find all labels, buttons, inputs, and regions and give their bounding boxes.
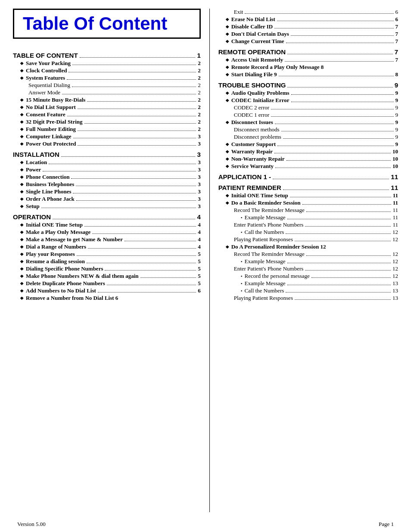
bullet-icon: • bbox=[241, 274, 243, 279]
entry-label: Clock Controlled bbox=[26, 67, 67, 74]
diamond-icon: ❖ bbox=[20, 68, 24, 73]
diamond-icon: ❖ bbox=[225, 164, 229, 169]
page-number: 3 bbox=[198, 133, 201, 140]
diamond-icon: ❖ bbox=[20, 274, 24, 279]
toc-diamond-entry: ❖Change Current Time7 bbox=[218, 38, 398, 45]
diamond-icon: ❖ bbox=[20, 252, 24, 257]
page-number: 4 bbox=[198, 221, 201, 228]
diamond-icon: ❖ bbox=[20, 230, 24, 235]
page-number: 13 bbox=[392, 287, 398, 294]
section-label: APPLICATION 1 - bbox=[218, 173, 271, 180]
diamond-icon: ❖ bbox=[225, 120, 229, 125]
entry-label: Add Numbers to No Dial List bbox=[26, 287, 96, 294]
entry-label: Example Message bbox=[245, 280, 286, 287]
diamond-icon: ❖ bbox=[225, 142, 229, 147]
diamond-icon: ❖ bbox=[20, 289, 24, 293]
entry-label: Dialing Specific Phone Numbers bbox=[26, 265, 103, 272]
page-number: 2 bbox=[198, 89, 201, 96]
toc-diamond-entry: ❖Dialing Specific Phone Numbers5 bbox=[13, 265, 201, 272]
toc-diamond-entry: ❖No Dial List Support2 bbox=[13, 104, 201, 111]
entry-label: Remote Record a Play Only Message 8 bbox=[231, 64, 324, 71]
entry-label: Sequential Dialing bbox=[28, 82, 70, 89]
diamond-icon: ❖ bbox=[225, 149, 229, 154]
page-number: 5 bbox=[198, 273, 201, 280]
page-number: 2 bbox=[198, 75, 201, 81]
entry-label: Consent Feature bbox=[26, 111, 65, 118]
entry-label: Make Phone Numbers NEW & dial them again bbox=[26, 273, 139, 280]
toc-diamond-entry: ❖Warranty Repair10 bbox=[218, 148, 398, 155]
entry-label: Delete Duplicate Phone Numbers bbox=[26, 280, 105, 287]
page-number: 3 bbox=[198, 181, 201, 188]
entry-label: CODEC Initialize Error bbox=[231, 97, 290, 104]
page-number: 9 bbox=[395, 141, 399, 148]
page-number: 11 bbox=[392, 214, 398, 221]
toc-diamond-entry: ❖Don't Dial Certain Days7 bbox=[218, 31, 398, 37]
toc-diamond-entry: ❖System Features2 bbox=[13, 75, 201, 81]
toc-bullet-entry: •Record the personal message12 bbox=[218, 273, 398, 280]
toc-diamond-entry: ❖Business Telephones3 bbox=[13, 181, 201, 188]
bullet-icon: • bbox=[241, 215, 243, 220]
entry-label: Example Message bbox=[245, 258, 286, 265]
toc-diamond-entry: ❖Do a Basic Reminder Session11 bbox=[218, 199, 398, 206]
page-number: 4 bbox=[198, 243, 201, 250]
page: Table Of Content TABLE OF CONTENT1❖Save … bbox=[0, 0, 411, 532]
page-number: 2 bbox=[198, 118, 201, 125]
diamond-icon: ❖ bbox=[20, 76, 24, 81]
entry-label: Setup bbox=[26, 203, 40, 210]
toc-diamond-entry: ❖Access Unit Remotely7 bbox=[218, 56, 398, 63]
bullet-icon: • bbox=[241, 281, 243, 286]
diamond-icon: ❖ bbox=[20, 112, 24, 117]
page-number: 5 bbox=[198, 251, 201, 258]
toc-diamond-entry: ❖Erase No Dial List6 bbox=[218, 16, 398, 23]
entry-label: Call the Numbers bbox=[245, 229, 284, 236]
entry-label: Power bbox=[26, 166, 41, 173]
toc-section: APPLICATION 1 -11 bbox=[218, 173, 398, 180]
toc-diamond-entry: ❖Play your Responses5 bbox=[13, 251, 201, 258]
entry-label: Location bbox=[26, 159, 47, 166]
diamond-icon: ❖ bbox=[225, 201, 229, 205]
page-number: 11 bbox=[393, 192, 398, 199]
toc-diamond-entry: ❖Order A Phone Jack3 bbox=[13, 196, 201, 202]
entry-label: Do A Personalized Reminder Session 12 bbox=[231, 243, 326, 250]
entry-label: Play your Responses bbox=[26, 251, 75, 258]
section-label: TABLE OF CONTENT bbox=[13, 52, 78, 59]
entry-label: Erase No Dial List bbox=[231, 16, 275, 23]
page-number: 6 bbox=[395, 9, 399, 16]
toc-diamond-entry: ❖Location3 bbox=[13, 159, 201, 166]
page-number: 4 bbox=[198, 229, 201, 236]
diamond-icon: ❖ bbox=[225, 17, 229, 22]
page-number: 7 bbox=[395, 38, 399, 45]
bullet-icon: • bbox=[241, 288, 243, 293]
page-number: 12 bbox=[392, 236, 398, 243]
toc-diamond-entry: ❖32 Digit Pre-Dial String2 bbox=[13, 118, 201, 125]
page-number: 9 bbox=[395, 112, 399, 118]
toc-sub-entry: Enter Patient's Phone Numbers12 bbox=[218, 265, 398, 272]
toc-diamond-entry: ❖Add Numbers to No Dial List6 bbox=[13, 287, 201, 294]
right-column: Exit6❖Erase No Dial List6❖Disable Caller… bbox=[210, 9, 398, 512]
left-toc: TABLE OF CONTENT1❖Save Your Packing2❖Clo… bbox=[13, 52, 201, 302]
page-number: 5 bbox=[198, 258, 201, 265]
toc-sub-entry: Answer Mode2 bbox=[13, 89, 201, 96]
diamond-icon: ❖ bbox=[225, 98, 229, 103]
page-number: 11 bbox=[392, 207, 398, 214]
diamond-icon: ❖ bbox=[225, 65, 229, 70]
entry-label: Initial ONE Time Setup bbox=[231, 192, 288, 199]
page-number: 3 bbox=[198, 140, 201, 147]
toc-diamond-entry: ❖Power3 bbox=[13, 166, 201, 173]
toc-section: TABLE OF CONTENT1 bbox=[13, 52, 201, 59]
toc-sub-entry: Sequential Dialing2 bbox=[13, 82, 201, 89]
entry-label: 15 Minute Busy Re-Dials bbox=[26, 96, 85, 103]
toc-diamond-entry: ❖Service Warranty10 bbox=[218, 163, 398, 170]
page-number: 8 bbox=[395, 71, 399, 78]
toc-bullet-entry: •Example Message11 bbox=[218, 214, 398, 221]
page-number: 9 bbox=[395, 81, 398, 89]
toc-diamond-entry: ❖Customer Support9 bbox=[218, 141, 398, 148]
footer: Version 5.00 Page 1 bbox=[0, 516, 411, 532]
toc-diamond-entry: ❖Phone Connection3 bbox=[13, 174, 201, 180]
toc-diamond-entry: ❖Remove a Number from No Dial List 6 bbox=[13, 295, 201, 302]
page-number: 9 bbox=[395, 104, 399, 111]
page-number: 3 bbox=[198, 188, 201, 195]
entry-label: Warranty Repair bbox=[231, 148, 273, 155]
toc-section: REMOTE OPERATION7 bbox=[218, 48, 398, 56]
diamond-icon: ❖ bbox=[225, 32, 229, 37]
